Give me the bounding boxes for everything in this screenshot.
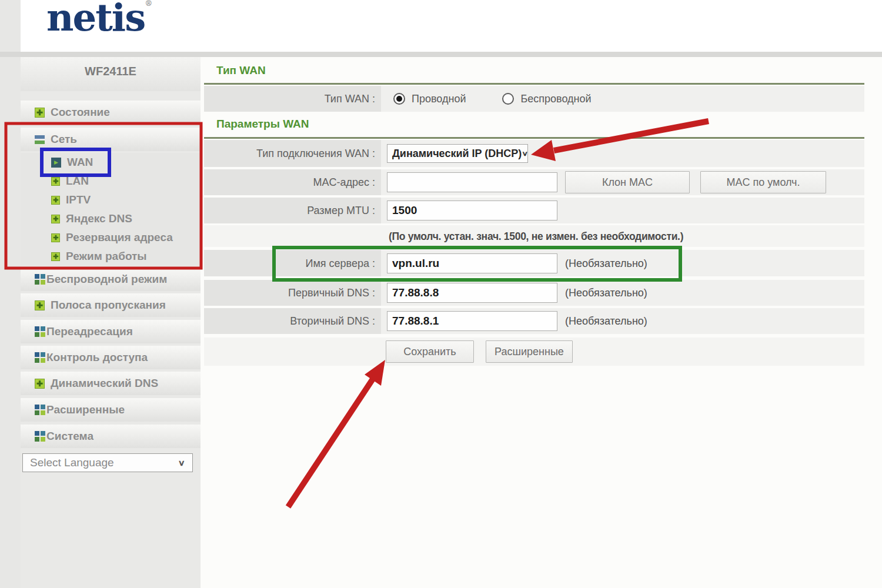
sidebar-item-operation-mode[interactable]: ✚ Режим работы (21, 247, 201, 266)
main-content: Тип WAN Тип WAN : Проводной Беспроводной… (201, 57, 882, 588)
sidebar: WF2411E ✚ Состояние Сеть ▶ WAN ✚ LAN ✚ I… (21, 57, 201, 588)
mac-address-input[interactable] (387, 172, 557, 192)
netis-logo: netis® (46, 0, 152, 39)
chevron-down-icon: ∨ (522, 149, 528, 158)
sidebar-item-network[interactable]: Сеть (21, 128, 201, 151)
grid-icon (35, 405, 39, 409)
default-mac-button[interactable]: MAC по умолч. (700, 171, 826, 193)
sidebar-item-wan[interactable]: ▶ WAN (21, 153, 201, 172)
device-model: WF2411E (21, 57, 201, 91)
sidebar-item-iptv[interactable]: ✚ IPTV (21, 191, 201, 209)
radio-wireless[interactable]: Беспроводной (502, 93, 591, 105)
play-square-icon: ▶ (51, 158, 61, 168)
buttons-band: Сохранить Расширенные (204, 338, 864, 366)
mtu-note: (По умолч. устан. знач. 1500, не измен. … (389, 230, 683, 242)
secondary-dns-row: Вторичный DNS : (Необязательно) (204, 308, 864, 334)
router-admin-page: netis® WF2411E ✚ Состояние Сеть ▶ WAN ✚ … (0, 0, 882, 588)
connection-type-label: Тип подключения WAN : (256, 148, 375, 160)
sidebar-item-forwarding[interactable]: Переадресация (21, 320, 201, 343)
sidebar-item-status[interactable]: ✚ Состояние (21, 101, 201, 124)
radio-unselected-icon[interactable] (502, 93, 514, 105)
logo-text: netis (46, 0, 145, 39)
optional-note: (Необязательно) (565, 287, 647, 299)
wan-connection-type-select[interactable]: Динамический IP (DHCP) ∨ (387, 144, 528, 163)
plus-square-icon: ✚ (35, 300, 45, 310)
server-name-input[interactable] (387, 253, 557, 273)
sidebar-item-bandwidth[interactable]: ✚ Полоса пропускания (21, 293, 201, 317)
grid-icon (35, 326, 39, 331)
plus-square-icon: ✚ (51, 252, 60, 261)
sidebar-item-yandex-dns[interactable]: ✚ Яндекс DNS (21, 209, 201, 228)
advanced-button[interactable]: Расширенные (486, 340, 573, 363)
sidebar-item-address-reservation[interactable]: ✚ Резервация адреса (21, 228, 201, 247)
sidebar-item-dynamic-dns[interactable]: ✚ Динамический DNS (21, 372, 201, 395)
section-rule (204, 83, 864, 85)
connection-type-row: Тип подключения WAN : Динамический IP (D… (204, 140, 864, 167)
wan-type-row: Тип WAN : Проводной Беспроводной (204, 86, 864, 112)
plus-square-icon: ✚ (51, 196, 60, 205)
grid-icon (35, 431, 39, 436)
section-rule (204, 137, 864, 139)
registered-mark: ® (145, 0, 152, 8)
sidebar-item-wireless[interactable]: Беспроводной режим (21, 268, 201, 291)
language-select[interactable]: Select Language ∨ (22, 453, 193, 472)
mac-address-row: MAC-адрес : Клон MAC MAC по умолч. (204, 169, 864, 195)
sidebar-item-lan[interactable]: ✚ LAN (21, 172, 201, 191)
plus-square-icon: ✚ (35, 379, 45, 389)
secondary-dns-label: Вторичный DNS : (290, 315, 375, 328)
optional-note: (Необязательно) (565, 257, 647, 269)
sidebar-item-access-control[interactable]: Контроль доступа (21, 346, 201, 369)
mtu-row: Размер MTU : (204, 198, 864, 223)
plus-square-icon: ✚ (51, 177, 60, 186)
optional-note: (Необязательно) (565, 315, 647, 328)
radio-wired[interactable]: Проводной (393, 93, 466, 105)
mtu-label: Размер MTU : (307, 205, 375, 217)
plus-square-icon: ✚ (35, 108, 45, 118)
mac-address-label: MAC-адрес : (313, 176, 375, 189)
clone-mac-button[interactable]: Клон MAC (565, 171, 690, 193)
server-name-label: Имя сервера : (306, 257, 375, 269)
radio-selected-icon[interactable] (393, 93, 405, 105)
section-title-wan-params: Параметры WAN (216, 118, 309, 131)
logo-band: netis® (21, 0, 882, 52)
plus-square-icon: ✚ (51, 215, 60, 223)
chevron-down-icon: ∨ (178, 458, 185, 468)
secondary-dns-input[interactable] (387, 311, 557, 331)
server-name-row: Имя сервера : (Необязательно) (204, 250, 864, 276)
primary-dns-input[interactable] (387, 283, 557, 303)
left-margin-strip (0, 0, 21, 588)
primary-dns-row: Первичный DNS : (Необязательно) (204, 280, 864, 306)
save-button[interactable]: Сохранить (386, 340, 474, 363)
mtu-note-band: (По умолч. устан. знач. 1500, не измен. … (204, 225, 864, 247)
mtu-input[interactable] (387, 201, 557, 220)
sidebar-item-system[interactable]: Система (21, 425, 201, 448)
wan-type-label: Тип WAN : (325, 93, 375, 105)
sidebar-item-advanced[interactable]: Расширенные (21, 398, 201, 422)
grid-icon (35, 352, 39, 357)
wan-type-radio-group: Проводной Беспроводной (393, 86, 592, 112)
plus-square-icon: ✚ (51, 233, 60, 242)
section-title-wan-type: Тип WAN (216, 64, 266, 77)
grid-icon (35, 274, 39, 279)
bars-icon (35, 135, 45, 139)
top-divider (0, 52, 882, 57)
primary-dns-label: Первичный DNS : (288, 287, 375, 299)
